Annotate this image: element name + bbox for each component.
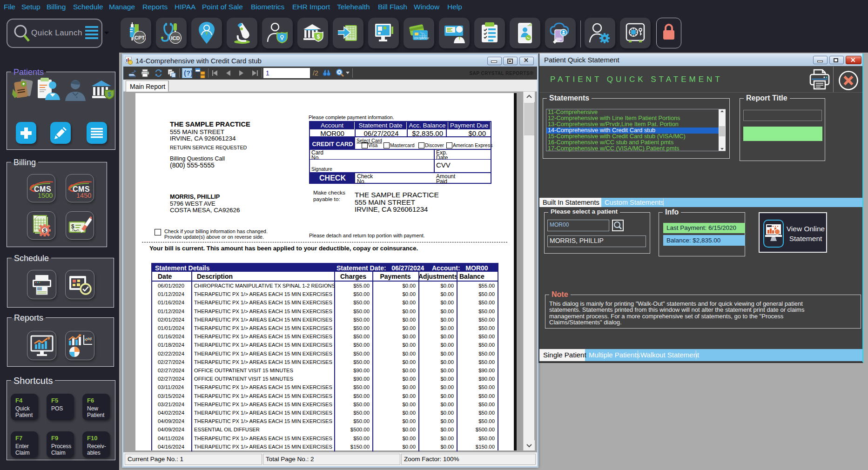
svg-text:$: $ — [108, 91, 111, 98]
svg-text:$: $ — [71, 223, 74, 230]
svg-text:$: $ — [43, 227, 47, 234]
svg-text:$: $ — [317, 34, 320, 40]
svg-text:1500: 1500 — [38, 192, 53, 198]
svg-text:1234 5678 9012 3456: 1234 5678 9012 3456 — [414, 37, 430, 40]
svg-text:CPT: CPT — [135, 35, 145, 40]
svg-text:ICD: ICD — [171, 35, 180, 41]
svg-text:1450: 1450 — [76, 192, 91, 198]
